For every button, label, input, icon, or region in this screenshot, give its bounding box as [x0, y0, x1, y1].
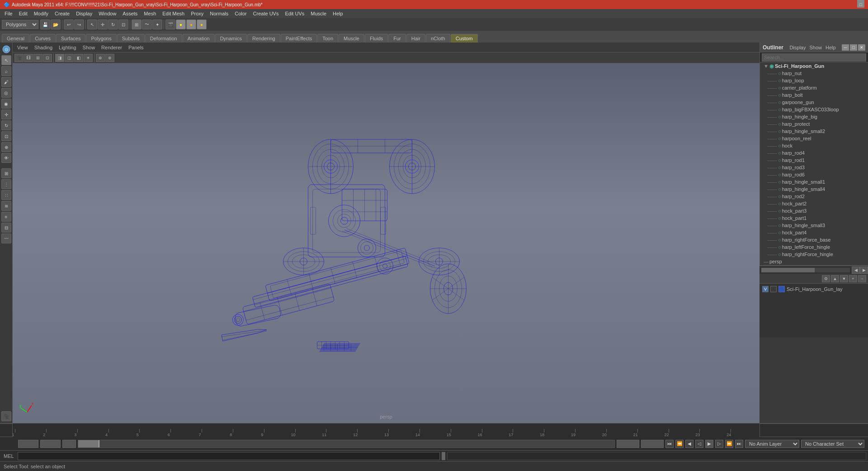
vp-menu-lighting[interactable]: Lighting	[56, 44, 79, 51]
vp-camera[interactable]: 🎥	[14, 54, 24, 62]
tree-item-carrier-platform[interactable]: ——○ carrier_platform	[760, 84, 868, 91]
render-tool[interactable]: 🎬	[165, 19, 175, 29]
menu-item-edit[interactable]: Edit	[16, 10, 30, 17]
scale-3d-tool[interactable]: ⊡	[1, 131, 11, 141]
menu-item-modify[interactable]: Modify	[31, 10, 51, 17]
tree-item-hock-part4[interactable]: ——○ hock_part4	[760, 229, 868, 236]
save-tool[interactable]: 💾	[40, 19, 50, 29]
tab-fur[interactable]: Fur	[388, 34, 406, 43]
tab-fluids[interactable]: Fluids	[365, 34, 388, 43]
layer-item[interactable]: V Sci-Fi_Harpoon_Gun_lay	[760, 285, 867, 294]
camera-icon[interactable]: 🎥	[1, 411, 11, 421]
tree-item-harpoon-reel[interactable]: ——○ harpoon_reel	[760, 135, 868, 142]
tree-item-harp-rod4[interactable]: ——○ harp_rod4	[760, 149, 868, 157]
outliner-search-input[interactable]	[762, 53, 866, 62]
tree-item-harp-hingle-small2[interactable]: ——○ harp_hingle_small2	[760, 128, 868, 135]
menu-item-create-uvs[interactable]: Create UVs	[250, 10, 282, 17]
layer-add[interactable]: +	[849, 275, 857, 282]
redo-tool[interactable]: ↪	[74, 19, 84, 29]
soft-mod-tool[interactable]: ◉	[1, 99, 11, 109]
vp-wire[interactable]: ⊡	[43, 54, 52, 62]
tab-muscle[interactable]: Muscle	[339, 34, 364, 43]
outliner-maximize[interactable]: □	[850, 44, 857, 51]
tab-painteffects[interactable]: PaintEffects	[281, 34, 317, 43]
layer-remove[interactable]: −	[858, 275, 866, 282]
menu-item-color[interactable]: Color	[232, 10, 249, 17]
tab-subdvis[interactable]: Subdvis	[117, 34, 145, 43]
prev-frame-button[interactable]: ◀	[685, 440, 693, 448]
menu-item-file[interactable]: File	[2, 10, 15, 17]
open-tool[interactable]: 📂	[51, 19, 61, 29]
tab-toon[interactable]: Toon	[317, 34, 338, 43]
select-tool[interactable]: ↖	[87, 19, 97, 29]
vp-menu-show[interactable]: Show	[80, 44, 98, 51]
fur-tool[interactable]: ≡	[1, 212, 11, 222]
tree-item-harp-hingle-small1[interactable]: ——○ harp_hingle_small1	[760, 178, 868, 186]
mel-resize-handle[interactable]	[442, 452, 445, 460]
tab-general[interactable]: General	[2, 34, 29, 43]
sculpt-tool[interactable]: ◎	[1, 88, 11, 98]
tree-item-harp-rod3[interactable]: ——○ harp_rod3	[760, 164, 868, 171]
menu-item-create[interactable]: Create	[52, 10, 72, 17]
outliner-menu-help[interactable]: Help	[826, 45, 836, 50]
outliner-close[interactable]: ✕	[858, 44, 865, 51]
tree-item-harp-bolt[interactable]: ——○ harp_bolt	[760, 91, 868, 99]
outliner-menu-display[interactable]: Display	[789, 45, 806, 50]
maximize-button[interactable]: □	[857, 1, 864, 8]
light2[interactable]: ●	[186, 19, 196, 29]
vp-menu-shading[interactable]: Shading	[32, 44, 55, 51]
tree-item-hock[interactable]: ——○ hock	[760, 142, 868, 149]
tree-item-harp-rightforce-hingle[interactable]: ——○ harp_rightForce_hingle	[760, 251, 868, 258]
menu-item-assets[interactable]: Assets	[120, 10, 140, 17]
scroll-thumb[interactable]	[761, 268, 815, 272]
go-to-end-button[interactable]: ⏭	[735, 440, 743, 448]
tree-item-persp[interactable]: — persp	[760, 258, 868, 265]
tab-polygons[interactable]: Polygons	[86, 34, 116, 43]
vp-grid[interactable]: ⊞	[33, 54, 42, 62]
menu-item-proxy[interactable]: Proxy	[188, 10, 206, 17]
play-back-button[interactable]: ◁	[695, 440, 703, 448]
cloth-tool[interactable]: ⊟	[1, 223, 11, 233]
step-forward-button[interactable]: ⏩	[725, 440, 733, 448]
mel-input[interactable]	[18, 452, 440, 460]
move-tool[interactable]: ✛	[98, 19, 108, 29]
vp-tex[interactable]: ◫	[65, 54, 74, 62]
tab-curves[interactable]: Curves	[30, 34, 56, 43]
light1[interactable]: ●	[176, 19, 186, 29]
viewport-3d[interactable]: .wire { fill: none; stroke: #2222cc; str…	[13, 63, 760, 423]
layer-type-toggle[interactable]	[770, 286, 777, 292]
move-3d-tool[interactable]: ✛	[1, 109, 11, 119]
tree-item-harp-hingle-small3[interactable]: ——○ harp_hingle_small3	[760, 222, 868, 229]
layer-options[interactable]: ⚙	[822, 275, 830, 282]
vp-ambient[interactable]: ☀	[84, 54, 93, 62]
vp-isolate[interactable]: ⊗	[105, 54, 114, 62]
current-frame-input[interactable]: 1.00	[18, 440, 38, 448]
scroll-right[interactable]: ▶	[860, 266, 868, 274]
menu-item-help[interactable]: Help	[330, 10, 346, 17]
vp-film[interactable]: 🎞	[24, 54, 33, 62]
tree-item-harp-hingle-small4[interactable]: ——○ harp_hingle_small4	[760, 186, 868, 193]
mode-selector[interactable]: PolygonsSurfacesDynamicsRenderingAnimati…	[2, 20, 38, 29]
tree-item-hock-part2[interactable]: ——○ hock_part2	[760, 200, 868, 207]
vp-menu-renderer[interactable]: Renderer	[99, 44, 125, 51]
universal-tool[interactable]: ⊕	[1, 142, 11, 152]
vp-light[interactable]: ◧	[74, 54, 83, 62]
render-region-tool[interactable]: ⊞	[1, 168, 11, 178]
menu-item-mesh[interactable]: Mesh	[141, 10, 159, 17]
menu-item-muscle[interactable]: Muscle	[308, 10, 329, 17]
max-end-input[interactable]: 48.00	[641, 440, 664, 448]
tree-item-harp-rod2[interactable]: ——○ harp_rod2	[760, 193, 868, 200]
step-back-button[interactable]: ⏪	[675, 440, 684, 448]
tab-hair[interactable]: Hair	[406, 34, 425, 43]
next-frame-button[interactable]: ▷	[715, 440, 723, 448]
rotate-tool[interactable]: ↻	[108, 19, 118, 29]
layer-down[interactable]: ▼	[840, 275, 848, 282]
lasso-tool[interactable]: ⌕	[1, 66, 11, 76]
time-slider[interactable]	[78, 440, 615, 448]
light3[interactable]: ●	[197, 19, 207, 29]
hair-tool[interactable]: 〰	[1, 233, 11, 243]
rotate-3d-tool[interactable]: ↻	[1, 120, 11, 130]
tab-custom[interactable]: Custom	[451, 34, 478, 43]
tree-item-harp-protect[interactable]: ——○ harp_protect	[760, 120, 868, 128]
menu-item-edit-uvs[interactable]: Edit UVs	[282, 10, 307, 17]
